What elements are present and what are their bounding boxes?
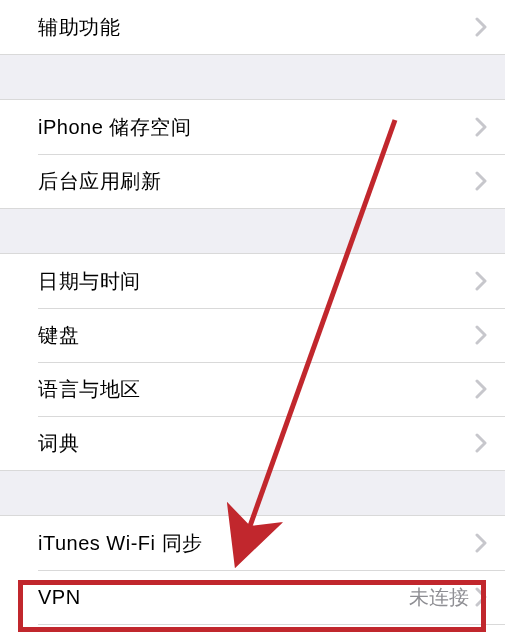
row-label: VPN (38, 586, 409, 609)
chevron-right-icon (475, 379, 487, 399)
row-profile[interactable]: 描述文件 (0, 624, 505, 636)
row-language-region[interactable]: 语言与地区 (0, 362, 505, 416)
row-label: 辅助功能 (38, 14, 475, 41)
row-label: 键盘 (38, 322, 475, 349)
chevron-right-icon (475, 325, 487, 345)
settings-group: 辅助功能 (0, 0, 505, 54)
group-separator (0, 470, 505, 516)
row-vpn[interactable]: VPN 未连接 (0, 570, 505, 624)
settings-group: iTunes Wi-Fi 同步 VPN 未连接 描述文件 (0, 516, 505, 636)
row-label: 语言与地区 (38, 376, 475, 403)
row-keyboard[interactable]: 键盘 (0, 308, 505, 362)
row-label: iPhone 储存空间 (38, 114, 475, 141)
settings-group: 日期与时间 键盘 语言与地区 词典 (0, 254, 505, 470)
group-separator (0, 54, 505, 100)
row-itunes-wifi-sync[interactable]: iTunes Wi-Fi 同步 (0, 516, 505, 570)
row-iphone-storage[interactable]: iPhone 储存空间 (0, 100, 505, 154)
settings-group: iPhone 储存空间 后台应用刷新 (0, 100, 505, 208)
chevron-right-icon (475, 117, 487, 137)
row-background-app-refresh[interactable]: 后台应用刷新 (0, 154, 505, 208)
chevron-right-icon (475, 587, 487, 607)
chevron-right-icon (475, 271, 487, 291)
row-value: 未连接 (409, 584, 469, 611)
group-separator (0, 208, 505, 254)
row-label: 后台应用刷新 (38, 168, 475, 195)
row-accessibility[interactable]: 辅助功能 (0, 0, 505, 54)
row-dictionary[interactable]: 词典 (0, 416, 505, 470)
chevron-right-icon (475, 171, 487, 191)
row-label: iTunes Wi-Fi 同步 (38, 530, 475, 557)
row-label: 词典 (38, 430, 475, 457)
chevron-right-icon (475, 533, 487, 553)
chevron-right-icon (475, 17, 487, 37)
row-label: 日期与时间 (38, 268, 475, 295)
chevron-right-icon (475, 433, 487, 453)
row-date-time[interactable]: 日期与时间 (0, 254, 505, 308)
